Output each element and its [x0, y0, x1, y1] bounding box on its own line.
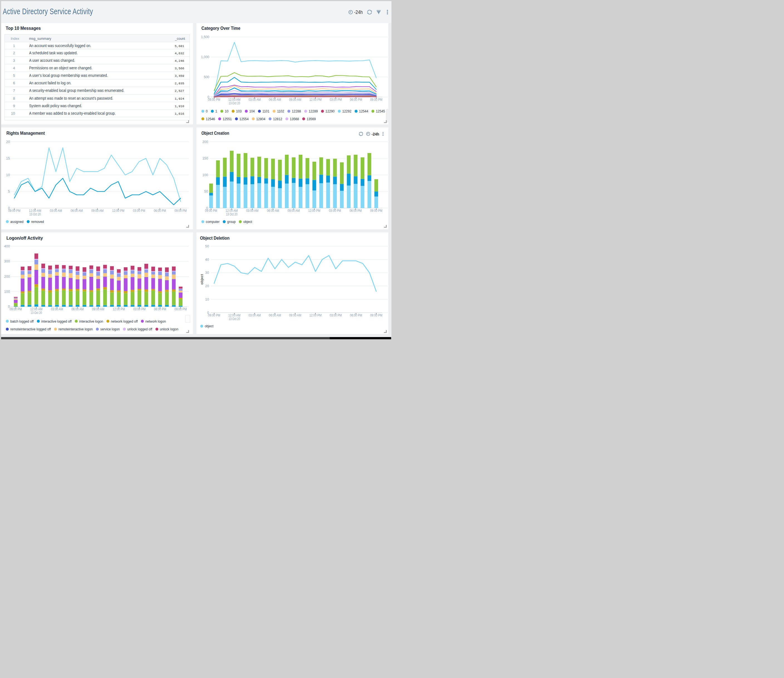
svg-text:100: 100 [202, 173, 208, 177]
svg-text:10: 10 [225, 109, 229, 113]
svg-text:103: 103 [236, 109, 242, 113]
svg-text:03:00 AM: 03:00 AM [249, 98, 261, 101]
svg-text:object: object [243, 220, 252, 224]
svg-text:network logon: network logon [145, 319, 166, 323]
svg-text:150: 150 [202, 156, 208, 160]
svg-text:Category Over Time: Category Over Time [201, 26, 240, 31]
svg-text:1102: 1102 [277, 109, 284, 113]
svg-text:12554: 12554 [240, 117, 249, 121]
svg-text:_count: _count [175, 37, 185, 41]
svg-text:10: 10 [11, 111, 15, 115]
svg-text:06:00 PM: 06:00 PM [350, 209, 362, 213]
svg-text:104: 104 [249, 109, 255, 113]
svg-text:A member was added to a securi: A member was added to a security-enabled… [29, 111, 116, 115]
svg-text:1,924: 1,924 [175, 97, 184, 100]
svg-text:06:00 PM: 06:00 PM [350, 313, 362, 317]
svg-text:200: 200 [4, 275, 10, 279]
svg-text:06:00 AM: 06:00 AM [71, 209, 83, 213]
svg-text:03:00 PM: 03:00 PM [329, 209, 341, 213]
svg-text:09:00 PM: 09:00 PM [370, 209, 382, 213]
svg-text:13 Oct 20: 13 Oct 20 [30, 212, 41, 216]
svg-text:-24h: -24h [372, 132, 379, 136]
svg-text:A user account was changed.: A user account was changed. [29, 58, 75, 62]
svg-text:service logon: service logon [100, 327, 120, 331]
svg-text:5: 5 [13, 73, 15, 78]
svg-text:13 Oct 20: 13 Oct 20 [229, 317, 240, 321]
svg-text:12:00 PM: 12:00 PM [112, 209, 124, 213]
svg-text:03:00 PM: 03:00 PM [133, 307, 146, 311]
svg-text:12546: 12546 [206, 117, 215, 121]
svg-text:300: 300 [4, 259, 10, 263]
svg-text:Logon/off Activity: Logon/off Activity [6, 235, 43, 240]
svg-text:Object Creation: Object Creation [201, 131, 229, 136]
svg-text:group: group [227, 220, 236, 224]
svg-text:12812: 12812 [273, 117, 282, 121]
svg-text:06:00 PM: 06:00 PM [350, 98, 362, 101]
svg-text:3,459: 3,459 [175, 74, 184, 78]
svg-text:06:00 AM: 06:00 AM [267, 209, 279, 213]
svg-text:400: 400 [4, 245, 10, 248]
svg-text:A scheduled task was updated.: A scheduled task was updated. [29, 51, 78, 55]
svg-text:12:00 PM: 12:00 PM [113, 307, 125, 311]
svg-text:9: 9 [13, 104, 15, 108]
svg-text:A user’s local group membershi: A user’s local group membership was enum… [29, 73, 108, 78]
svg-text:06:00 PM: 06:00 PM [154, 307, 166, 311]
svg-text:12288: 12288 [292, 109, 301, 113]
svg-text:interactive logged off: interactive logged off [41, 319, 72, 323]
svg-text:13 Oct 20: 13 Oct 20 [229, 101, 240, 105]
svg-text:50: 50 [205, 245, 209, 248]
svg-text:12290: 12290 [325, 109, 335, 113]
svg-text:09:00 PM: 09:00 PM [208, 98, 220, 101]
svg-text:12551: 12551 [222, 117, 232, 121]
svg-text:500: 500 [204, 75, 209, 79]
svg-text:20: 20 [205, 284, 209, 288]
svg-text:09:00 PM: 09:00 PM [174, 209, 187, 213]
svg-text:remoteinteractive logged off: remoteinteractive logged off [10, 327, 51, 331]
svg-text:8: 8 [13, 96, 15, 100]
svg-text:1: 1 [13, 44, 15, 48]
svg-text:Rights Management: Rights Management [6, 131, 45, 136]
svg-text:unlock logon: unlock logon [160, 327, 178, 331]
svg-text:09:00 AM: 09:00 AM [289, 98, 301, 101]
svg-text:10: 10 [205, 298, 209, 301]
svg-text:12289: 12289 [308, 109, 318, 113]
svg-text:09:00 PM: 09:00 PM [208, 313, 220, 317]
svg-text:A security-enabled local group: A security-enabled local group membershi… [29, 88, 124, 93]
svg-text:1101: 1101 [262, 109, 269, 113]
svg-text:1,910: 1,910 [175, 104, 184, 108]
svg-text:09:00 AM: 09:00 AM [92, 307, 104, 311]
svg-text:200: 200 [202, 140, 208, 144]
svg-text:2: 2 [13, 51, 15, 55]
svg-text:13569: 13569 [306, 117, 316, 121]
svg-text:batch logged off: batch logged off [10, 319, 34, 323]
svg-text:4: 4 [13, 66, 15, 70]
svg-text:0: 0 [206, 109, 208, 113]
svg-text:03:00 AM: 03:00 AM [51, 307, 63, 311]
svg-text:09:00 AM: 09:00 AM [289, 313, 301, 317]
svg-text:object: object [205, 324, 214, 328]
svg-text:12292: 12292 [342, 109, 352, 113]
svg-text:30: 30 [205, 271, 209, 275]
svg-text:20: 20 [6, 140, 10, 144]
svg-text:An account failed to log on.: An account failed to log on. [29, 81, 72, 85]
svg-text:03:00 AM: 03:00 AM [249, 313, 261, 317]
svg-text:msg_summary: msg_summary [29, 37, 51, 41]
svg-text:03:00 AM: 03:00 AM [246, 209, 258, 213]
svg-text:1,616: 1,616 [175, 112, 184, 115]
svg-text:7: 7 [13, 89, 15, 93]
svg-text:12544: 12544 [359, 109, 369, 113]
svg-text:An account was successfully lo: An account was successfully logged on. [29, 44, 91, 48]
svg-text:09:00 PM: 09:00 PM [370, 313, 382, 317]
svg-text:09:00 AM: 09:00 AM [288, 209, 300, 213]
svg-text:09:00 PM: 09:00 PM [8, 209, 20, 213]
svg-text:06:00 PM: 06:00 PM [154, 209, 166, 213]
svg-text:100: 100 [4, 290, 10, 294]
svg-text:interactive logon: interactive logon [79, 319, 103, 323]
svg-text:4,246: 4,246 [175, 59, 184, 62]
svg-text:03:00 PM: 03:00 PM [133, 209, 145, 213]
svg-text:-24h: -24h [354, 9, 363, 15]
svg-text:computer: computer [206, 220, 220, 224]
svg-text:12545: 12545 [376, 109, 385, 113]
svg-text:network logged off: network logged off [111, 319, 138, 323]
svg-text:4,632: 4,632 [175, 52, 184, 55]
